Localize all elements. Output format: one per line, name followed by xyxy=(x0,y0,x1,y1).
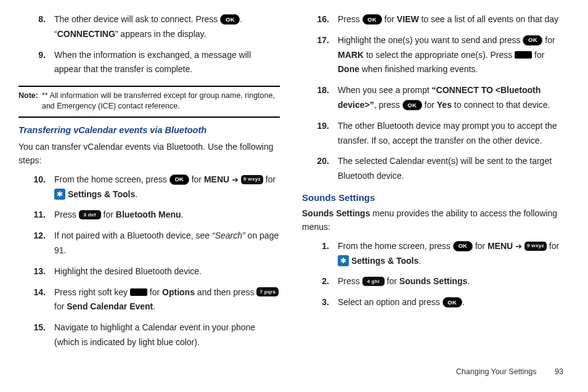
list-right-top: 16.Press OK for VIEW to see a list of al… xyxy=(302,12,563,184)
subheading-transfer: Transferring vCalendar events via Blueto… xyxy=(18,125,280,135)
item-number: 3. xyxy=(302,295,329,310)
list-item: 11.Press 3 def for Bluetooth Menu. xyxy=(18,208,280,223)
item-number: 16. xyxy=(302,12,329,27)
text-fragment: . xyxy=(135,189,137,199)
text-fragment: to connect to that device. xyxy=(452,100,550,110)
text-fragment: Options xyxy=(162,287,195,297)
item-body: Press 4 ghi for Sounds Settings. xyxy=(338,274,563,289)
list-item: 9.When the information is exchanged, a m… xyxy=(18,48,280,78)
phone-key-icon: 3 def xyxy=(79,210,101,219)
phone-key-icon: 7 pqrs xyxy=(256,287,279,296)
list-item: 8.The other device will ask to connect. … xyxy=(18,12,280,42)
text-fragment: to select the appropriate one(s). Press xyxy=(364,50,515,60)
text-fragment: and then press xyxy=(195,287,256,297)
text-fragment: Press right soft key xyxy=(54,287,130,297)
text-fragment: VIEW xyxy=(397,14,419,24)
list-item: 17.Highlight the one(s) you want to send… xyxy=(302,33,563,77)
note-rule-bottom xyxy=(18,116,280,118)
list-item: 10.From the home screen, press OK for ME… xyxy=(18,173,280,202)
gear-icon xyxy=(54,189,65,200)
text-fragment: Highlight the one(s) you want to send an… xyxy=(338,35,523,45)
text-fragment: Highlight the desired Bluetooth device. xyxy=(54,266,202,276)
phone-key-icon: 9 wxyz xyxy=(241,175,263,184)
text-fragment: for xyxy=(382,14,397,24)
note-text: ** All information will be transferred e… xyxy=(42,91,280,112)
text-fragment: The other Bluetooth device may prompt yo… xyxy=(338,121,557,145)
text-fragment: for xyxy=(54,301,67,311)
item-body: If not paired with a Bluetooth device, s… xyxy=(54,229,280,258)
text-fragment: From the home screen, press xyxy=(54,174,169,184)
item-number: 12. xyxy=(18,229,46,243)
item-body: From the home screen, press OK for MENU … xyxy=(54,173,280,202)
item-number: 10. xyxy=(18,173,46,187)
list-right-bottom: 1.From the home screen, press OK for MEN… xyxy=(302,239,563,310)
softkey-icon xyxy=(130,288,147,296)
page-footer: Changing Your Settings 93 xyxy=(0,365,588,385)
text-fragment: The selected Calendar event(s) will be s… xyxy=(338,156,552,181)
text-fragment: The other device will ask to connect. Pr… xyxy=(54,14,220,24)
text-fragment: Send Calendar Event xyxy=(67,301,153,311)
footer-page-number: 93 xyxy=(539,367,563,376)
text-fragment: for xyxy=(385,276,399,286)
list-item: 12.If not paired with a Bluetooth device… xyxy=(18,229,280,258)
text-fragment: When the information is exchanged, a mes… xyxy=(54,50,251,75)
phone-key-icon: 9 wxyz xyxy=(525,242,547,251)
item-number: 20. xyxy=(302,154,329,169)
list-item: 2.Press 4 ghi for Sounds Settings. xyxy=(302,274,563,289)
lead-paragraph: You can transfer vCalendar events via Bl… xyxy=(18,140,280,168)
ok-icon: OK xyxy=(443,297,462,308)
text-fragment: Sounds Settings xyxy=(399,276,467,286)
text-fragment: for xyxy=(547,241,559,251)
list-left-top: 8.The other device will ask to connect. … xyxy=(18,12,280,77)
text-fragment: Sounds Settings xyxy=(302,208,370,218)
text-fragment: . xyxy=(462,297,465,307)
text-fragment: , press xyxy=(374,100,402,110)
page-content: 8.The other device will ask to connect. … xyxy=(0,0,588,365)
text-fragment: ” appears in the display. xyxy=(115,29,206,39)
text-fragment: Press xyxy=(338,14,362,24)
text-fragment: If not paired with a Bluetooth device, s… xyxy=(54,231,212,240)
text-fragment: for xyxy=(473,241,488,251)
ok-icon: OK xyxy=(362,14,382,25)
phone-key-icon: 4 ghi xyxy=(362,277,385,286)
text-fragment: for xyxy=(101,210,116,219)
item-body: Navigate to highlight a Calendar event i… xyxy=(54,321,280,350)
text-fragment: MENU xyxy=(204,174,229,184)
softkey-icon xyxy=(515,51,532,59)
list-item: 16.Press OK for VIEW to see a list of al… xyxy=(302,12,563,27)
item-body: Press 3 def for Bluetooth Menu. xyxy=(54,208,280,223)
list-item: 19.The other Bluetooth device may prompt… xyxy=(302,119,563,149)
text-fragment: when finished marking events. xyxy=(359,64,478,74)
left-column: 8.The other device will ask to connect. … xyxy=(18,12,280,359)
ok-icon: OK xyxy=(402,100,422,110)
text-fragment: Press xyxy=(338,276,362,286)
list-item: 14.Press right soft key for Options and … xyxy=(18,285,280,315)
item-number: 15. xyxy=(18,321,46,335)
text-fragment: When you see a prompt xyxy=(338,85,432,95)
text-fragment: . xyxy=(153,301,155,311)
text-fragment: Done xyxy=(338,64,359,74)
item-number: 19. xyxy=(302,119,329,134)
item-number: 11. xyxy=(18,208,46,223)
note-row: Note: ** All information will be transfe… xyxy=(18,89,280,113)
gear-icon xyxy=(338,255,349,266)
item-body: When the information is exchanged, a mes… xyxy=(54,48,280,78)
text-fragment: Navigate to highlight a Calendar event i… xyxy=(54,322,255,347)
text-fragment: From the home screen, press xyxy=(338,241,453,251)
sounds-paragraph: Sounds Settings menu provides the abilit… xyxy=(302,206,563,234)
item-body: Press right soft key for Options and the… xyxy=(54,285,280,315)
footer-section: Changing Your Settings xyxy=(456,367,537,376)
item-body: Highlight the one(s) you want to send an… xyxy=(338,33,563,77)
item-body: The selected Calendar event(s) will be s… xyxy=(338,154,563,184)
list-item: 15.Navigate to highlight a Calendar even… xyxy=(18,321,280,350)
list-item: 20.The selected Calendar event(s) will b… xyxy=(302,154,563,184)
item-number: 9. xyxy=(18,48,46,63)
text-fragment: . xyxy=(181,210,184,219)
heading-sounds: Sounds Settings xyxy=(302,192,563,203)
list-item: 18.When you see a prompt “CONNECT TO <Bl… xyxy=(302,83,563,113)
right-column: 16.Press OK for VIEW to see a list of al… xyxy=(302,12,563,359)
item-body: When you see a prompt “CONNECT TO <Bluet… xyxy=(338,83,563,113)
item-body: Highlight the desired Bluetooth device. xyxy=(54,264,280,279)
item-body: The other Bluetooth device may prompt yo… xyxy=(338,119,563,149)
note-rule-top xyxy=(18,86,280,87)
